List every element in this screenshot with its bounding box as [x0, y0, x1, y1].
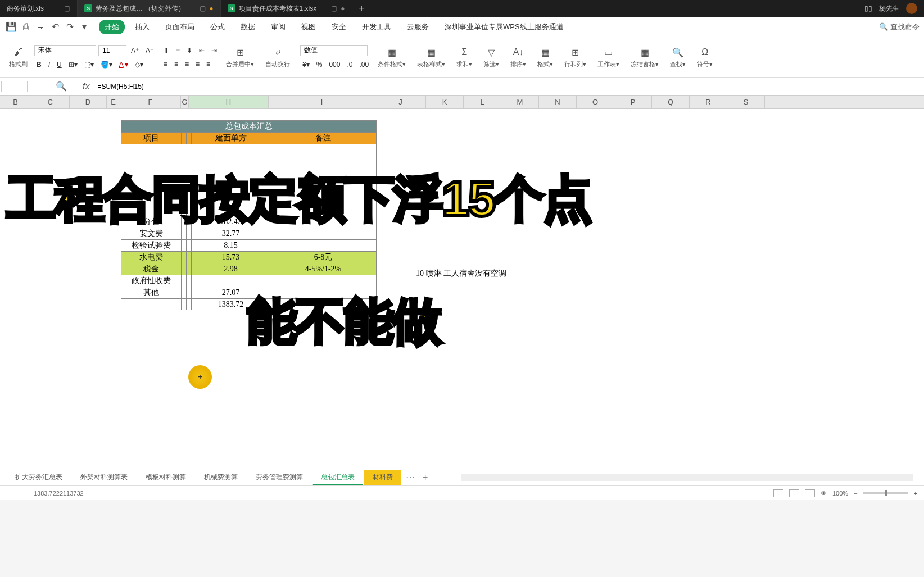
sheet-tab[interactable]: 总包汇总表 [312, 470, 363, 485]
sheet-tab[interactable]: 模板材料测算 [137, 470, 194, 485]
format-painter-button[interactable]: 🖌 格式刷 [4, 43, 32, 71]
font-color-button[interactable]: A▾ [117, 60, 130, 70]
increase-font-icon[interactable]: A⁺ [129, 46, 141, 56]
undo-icon[interactable]: ↶ [48, 20, 62, 34]
align-right-icon[interactable]: ≡ [183, 59, 191, 69]
fx-button[interactable]: fx [78, 81, 94, 92]
spreadsheet-grid[interactable]: 总包成本汇总 项目 建面单方 备注 58.7 分包182.42 安文费32.77… [0, 109, 924, 469]
col-O[interactable]: O [577, 96, 614, 108]
menu-view[interactable]: 视图 [296, 20, 321, 34]
rowcol-button[interactable]: ⊞ 行和列▾ [560, 43, 591, 71]
align-bottom-icon[interactable]: ⬇ [184, 46, 194, 56]
menu-special[interactable]: 深圳事业单位专属WPS线上服务通道 [439, 20, 569, 34]
indent-right-icon[interactable]: ⇥ [209, 46, 219, 56]
save-icon[interactable]: 💾 [4, 20, 18, 34]
sheet-tab[interactable]: 外架材料测算表 [72, 470, 136, 485]
menu-dev[interactable]: 开发工具 [356, 20, 397, 34]
fill-button[interactable]: ⬚▾ [82, 60, 96, 70]
add-sheet-button[interactable]: + [419, 472, 431, 483]
tab-window-icon[interactable]: ▢ [200, 4, 206, 12]
sheet-tab[interactable]: 机械费测算 [196, 470, 246, 485]
col-D[interactable]: D [70, 96, 107, 108]
align-center-icon[interactable]: ≡ [172, 59, 180, 69]
currency-icon[interactable]: ¥▾ [300, 60, 312, 70]
wrap-button[interactable]: ⤶ 自动换行 [261, 43, 295, 71]
align-middle-icon[interactable]: ≡ [174, 46, 182, 56]
tab-2[interactable]: S 劳务及总包成… （切勿外传） ▢ ● [78, 0, 221, 17]
menu-data[interactable]: 数据 [235, 20, 261, 34]
table-header[interactable]: 备注 [270, 133, 377, 144]
col-S[interactable]: S [727, 96, 765, 108]
col-E[interactable]: E [107, 96, 120, 108]
fill-color-button[interactable]: 🪣▾ [98, 60, 115, 70]
view-page-icon[interactable] [789, 489, 799, 497]
tab-3[interactable]: S 项目责任成本考核表1.xlsx ▢ ● [221, 0, 352, 17]
font-select[interactable] [34, 45, 96, 56]
align-left-icon[interactable]: ≡ [161, 59, 170, 69]
tab-window-icon[interactable]: ▢ [331, 4, 337, 12]
tab-close-icon[interactable]: ● [341, 4, 345, 12]
merge-button[interactable]: ⊞ 合并居中▾ [221, 43, 259, 71]
sheet-tab[interactable]: 扩大劳务汇总表 [7, 470, 71, 485]
zoom-slider[interactable] [863, 492, 908, 494]
col-H[interactable]: H [189, 96, 269, 108]
font-size-select[interactable] [98, 45, 126, 56]
border-button[interactable]: ⊞▾ [66, 60, 80, 70]
align-justify-icon[interactable]: ≡ [193, 59, 202, 69]
col-R[interactable]: R [690, 96, 727, 108]
table-header[interactable]: 建面单方 [192, 133, 270, 144]
comma-icon[interactable]: 000 [327, 60, 342, 70]
freeze-button[interactable]: ▦ 冻结窗格▾ [626, 43, 663, 71]
menu-insert[interactable]: 插入 [129, 20, 155, 34]
eye-icon[interactable]: 👁 [821, 490, 827, 497]
menu-cloud[interactable]: 云服务 [401, 20, 434, 34]
tab-1[interactable]: 商务策划.xls ▢ [0, 0, 78, 17]
sort-button[interactable]: A↓ 排序▾ [506, 43, 531, 71]
search-icon[interactable]: 🔍 [28, 81, 78, 92]
sheet-tab[interactable]: 材料费 [364, 470, 401, 485]
redo-icon[interactable]: ↷ [63, 20, 76, 34]
filter-button[interactable]: ▽ 筛选▾ [479, 43, 504, 71]
command-search[interactable]: 🔍 查找命令 [879, 22, 920, 32]
col-J[interactable]: J [375, 96, 426, 108]
bold-button[interactable]: B [34, 60, 44, 70]
menu-formula[interactable]: 公式 [205, 20, 230, 34]
dropdown-icon[interactable]: ▾ [78, 20, 91, 34]
table-style-button[interactable]: ▦ 表格样式▾ [413, 43, 450, 71]
indent-left-icon[interactable]: ⇤ [197, 46, 207, 56]
view-break-icon[interactable] [805, 489, 815, 497]
menu-security[interactable]: 安全 [326, 20, 352, 34]
print-icon[interactable]: 🖨 [34, 20, 47, 34]
worksheet-button[interactable]: ▭ 工作表▾ [593, 43, 624, 71]
sheet-more-icon[interactable]: ⋯ [402, 472, 418, 483]
col-K[interactable]: K [426, 96, 464, 108]
col-I[interactable]: I [269, 96, 375, 108]
menu-layout[interactable]: 页面布局 [160, 20, 200, 34]
col-G[interactable]: G [181, 96, 189, 108]
number-format-select[interactable] [300, 45, 368, 56]
view-normal-icon[interactable] [773, 489, 783, 497]
col-B[interactable]: B [0, 96, 31, 108]
underline-button[interactable]: U [55, 60, 64, 70]
zoom-in-button[interactable]: + [914, 490, 917, 497]
clear-button[interactable]: ◇▾ [133, 60, 146, 70]
panel-icon[interactable]: ▯▯ [864, 4, 872, 12]
menu-review[interactable]: 审阅 [265, 20, 291, 34]
sheet-tab[interactable]: 劳务管理费测算 [247, 470, 311, 485]
sum-button[interactable]: Σ 求和▾ [452, 43, 477, 71]
annotation-text[interactable]: 10 喷淋 工人宿舍没有空调 [416, 269, 506, 279]
col-N[interactable]: N [539, 96, 577, 108]
user-name[interactable]: 杨先生 [879, 4, 899, 13]
find-button[interactable]: 🔍 查找▾ [665, 43, 690, 71]
format-button[interactable]: ▦ 格式▾ [533, 43, 558, 71]
new-tab-button[interactable]: + [352, 3, 371, 13]
table-header[interactable]: 项目 [121, 133, 182, 144]
italic-button[interactable]: I [46, 60, 52, 70]
horizontal-scrollbar[interactable] [461, 474, 913, 481]
align-distribute-icon[interactable]: ≡ [204, 59, 212, 69]
cond-format-button[interactable]: ▦ 条件格式▾ [373, 43, 410, 71]
decrease-decimal-icon[interactable]: .0 [345, 60, 355, 70]
col-C[interactable]: C [31, 96, 70, 108]
col-L[interactable]: L [464, 96, 501, 108]
menu-start[interactable]: 开始 [99, 20, 125, 34]
